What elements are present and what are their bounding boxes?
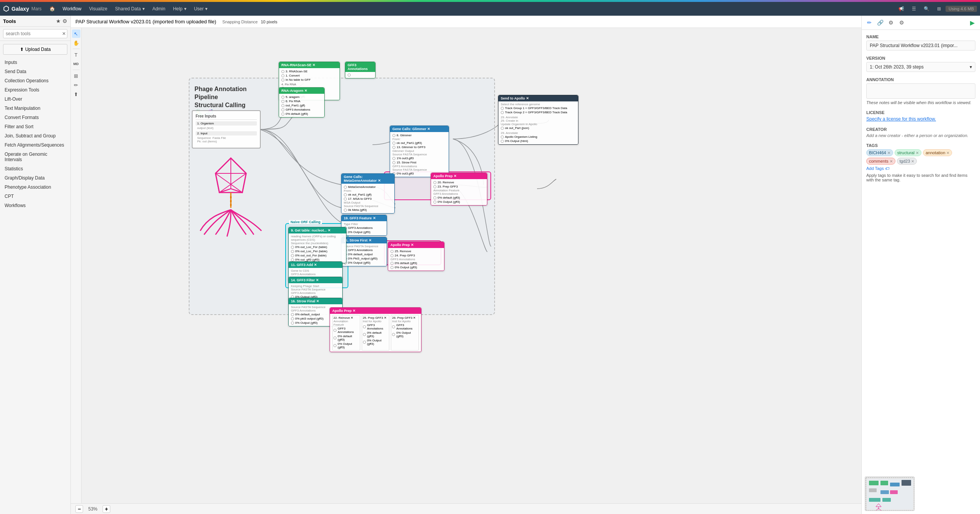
gff3-annot-1[interactable]: GFF3 Annotations xyxy=(345,62,376,78)
tools-sidebar: Tools ★ ⚙ ✕ ⬆ Upload Data Inputs Send Da… xyxy=(0,16,71,514)
tag-comments-remove[interactable]: ✕ xyxy=(890,159,893,163)
creator-link[interactable]: Add a new creator - either a person or a… xyxy=(866,133,975,138)
sidebar-item-text-manip[interactable]: Text Manipulation xyxy=(0,104,70,113)
tag-annotation-label: annotation xyxy=(926,150,945,155)
tag-bich464-label: BICH464 xyxy=(869,150,886,155)
usage-badge: Using 4.6 MB xyxy=(946,6,977,12)
list-icon[interactable]: ☰ xyxy=(909,5,919,13)
rp-gear-icon[interactable]: ⚙ xyxy=(886,18,895,27)
tags-container: BICH464 ✕ structural ✕ annotation ✕ comm… xyxy=(866,149,975,165)
mini-map[interactable] xyxy=(865,476,915,511)
nav-shared-data[interactable]: Shared Data ▾ xyxy=(112,5,148,13)
sidebar-item-lift-over[interactable]: Lift-Over xyxy=(0,95,70,104)
tools-actions: ★ ⚙ xyxy=(56,18,67,24)
sidebar-item-genomic-intervals[interactable]: Operate on Genomic Intervals xyxy=(0,150,70,164)
tag-comments[interactable]: comments ✕ xyxy=(866,158,895,165)
svg-rect-16 xyxy=(880,490,889,494)
search-icon[interactable]: 🔍 xyxy=(921,5,933,13)
workflow-canvas[interactable]: Phage AnnotationPipelineStructural Calli… xyxy=(82,28,861,503)
sidebar-item-phenotype[interactable]: Phenotype Association xyxy=(0,183,70,192)
apollo-prep-bottom[interactable]: Apollo Prep ✕ 22. Remove ✕ Annotation Fe… xyxy=(330,307,421,352)
rp-edit-icon[interactable]: ✏ xyxy=(865,18,874,27)
megaphone-icon[interactable]: 📢 xyxy=(895,5,907,13)
markdown-tool-icon[interactable]: MD xyxy=(72,60,80,68)
zoom-in-icon[interactable]: ⊞ xyxy=(72,72,80,80)
svg-rect-19 xyxy=(882,498,891,502)
cursor-tool-icon[interactable]: ↖ xyxy=(72,29,80,38)
svg-rect-14 xyxy=(902,480,911,486)
sidebar-item-statistics[interactable]: Statistics xyxy=(0,164,70,173)
send-apollo-body: Select the reference genome Track Group … xyxy=(498,101,578,144)
search-input[interactable] xyxy=(3,29,67,38)
sidebar-item-filter-sort[interactable]: Filter and Sort xyxy=(0,122,70,131)
clear-search-icon[interactable]: ✕ xyxy=(62,31,66,36)
tag-structural-remove[interactable]: ✕ xyxy=(916,151,919,155)
tag-structural[interactable]: structural ✕ xyxy=(895,149,921,156)
apollo-prep-1-header: Apollo Prep ✕ xyxy=(431,173,487,179)
nav-home[interactable]: 🏠 xyxy=(46,5,58,13)
pen-tool-icon[interactable]: ✏ xyxy=(72,81,80,89)
sidebar-item-fetch-alignments[interactable]: Fetch Alignments/Sequences xyxy=(0,140,70,150)
tools-settings-icon[interactable]: ⚙ xyxy=(62,18,67,24)
tools-star-icon[interactable]: ★ xyxy=(56,18,61,24)
rp-link-icon[interactable]: 🔗 xyxy=(875,18,885,27)
zoom-out-button[interactable]: − xyxy=(75,505,83,513)
rp-settings2-icon[interactable]: ⚙ xyxy=(897,18,906,27)
zoom-in-button[interactable]: + xyxy=(103,505,110,513)
snapping-value: 10 pixels xyxy=(261,20,277,24)
nav-workflow[interactable]: Workflow xyxy=(60,5,85,13)
rna-aragorn-node[interactable]: RNA-Aragorn ✕ 5. aragorn 6. Fix RNA out_… xyxy=(279,87,325,117)
tag-bich464-remove[interactable]: ✕ xyxy=(887,151,890,155)
gff3-filter-node[interactable]: 14. GFF3 Filter ✕ Keeping Phage Start So… xyxy=(288,277,343,300)
apollo-prep-node-2[interactable]: Apollo Prep ✕ 25. Remove 24. Prep GFF3 G… xyxy=(388,241,444,271)
tag-annotation[interactable]: annotation ✕ xyxy=(923,149,952,156)
hand-tool-icon[interactable]: ✋ xyxy=(72,39,80,47)
strow-first-node[interactable]: 21. Strow First ✕ Source FASTA Sequence … xyxy=(341,237,387,266)
nav-help[interactable]: Help ▾ xyxy=(170,5,189,13)
sidebar-item-join-subtract[interactable]: Join, Subtract and Group xyxy=(0,131,70,140)
send-apollo-header: Send to Apollo ✕ xyxy=(498,95,578,101)
right-panel-toolbar: ✏ 🔗 ⚙ ⚙ ▶ xyxy=(862,16,980,30)
annotation-textarea[interactable] xyxy=(866,83,975,99)
tags-field: Tags BICH464 ✕ structural ✕ annotation ✕ xyxy=(866,143,975,182)
version-select[interactable]: 1: Oct 26th 2023, 39 steps ▾ xyxy=(866,62,975,72)
tag-bich464[interactable]: BICH464 ✕ xyxy=(866,149,893,156)
gff3-feature-filter[interactable]: 19. GFF3 Feature ✕ Type Filter GFF3 Anno… xyxy=(341,215,387,236)
text-tool-icon[interactable]: T xyxy=(72,51,80,59)
creator-label: Creator xyxy=(866,127,975,132)
tag-tgd23-remove[interactable]: ✕ xyxy=(911,159,914,163)
free-inputs-node[interactable]: Free Inputs 1. Organism output (text) 2.… xyxy=(192,110,261,148)
sidebar-item-cpt[interactable]: CPT xyxy=(0,192,70,201)
naive-orf-node[interactable]: 9. Get table: nucleot... ✕ reading frame… xyxy=(288,227,346,263)
sidebar-item-graph-display[interactable]: Graph/Display Data xyxy=(0,173,70,183)
license-link[interactable]: Specify a license for this workflow. xyxy=(866,116,975,122)
gene-calls-metagene[interactable]: Gene Calls: MetaGeneAnnotator ✕ MetaGene… xyxy=(341,173,395,214)
workflow-header: PAP Structural Workflow v2023.01 (import… xyxy=(71,16,861,28)
sidebar-item-convert-formats[interactable]: Convert Formats xyxy=(0,113,70,122)
nav-admin[interactable]: Admin xyxy=(149,5,168,13)
apollo-prep-node-1[interactable]: Apollo Prep ✕ 20. Remove 23. Prep GFF3 A… xyxy=(431,173,487,206)
naive-orf-body: reading frames (ORFs) or coding sequence… xyxy=(289,233,346,263)
metagene-body: MetaGeneAnnotator From: ok out_Part1 (gf… xyxy=(341,184,394,213)
sidebar-item-inputs[interactable]: Inputs xyxy=(0,58,70,67)
gene-calls-glimmer[interactable]: Gene Calls: Glimmer ✕ 8. Glimmer From: o… xyxy=(390,126,449,177)
tag-annotation-remove[interactable]: ✕ xyxy=(946,151,949,155)
send-to-apollo-node[interactable]: Send to Apollo ✕ Select the reference ge… xyxy=(498,95,578,145)
upload-tool-icon[interactable]: ⬆ xyxy=(72,90,80,98)
gff3-body-1 xyxy=(345,72,375,78)
canvas-area: PAP Structural Workflow v2023.01 (import… xyxy=(71,16,861,514)
tools-title: Tools xyxy=(3,18,16,24)
rna-aragorn-body: 5. aragorn 6. Fix RNA out_Part1 (gff) GF… xyxy=(279,94,324,117)
workflow-canvas-wrapper[interactable]: Phage AnnotationPipelineStructural Calli… xyxy=(82,28,861,503)
sidebar-item-workflows[interactable]: Workflows xyxy=(0,201,70,210)
sidebar-item-expression-tools[interactable]: Expression Tools xyxy=(0,85,70,95)
sidebar-item-send-data[interactable]: Send Data xyxy=(0,67,70,76)
grid-icon[interactable]: ⊞ xyxy=(934,5,944,13)
tag-tgd23[interactable]: tgd23 ✕ xyxy=(897,158,917,165)
nav-user[interactable]: User ▾ xyxy=(191,5,211,13)
sidebar-item-collection-ops[interactable]: Collection Operations xyxy=(0,76,70,85)
add-tags-button[interactable]: Add Tags 🏷 xyxy=(866,166,975,171)
upload-data-button[interactable]: ⬆ Upload Data xyxy=(3,44,67,55)
nav-visualize[interactable]: Visualize xyxy=(86,5,111,13)
rp-play-icon[interactable]: ▶ xyxy=(968,18,977,27)
